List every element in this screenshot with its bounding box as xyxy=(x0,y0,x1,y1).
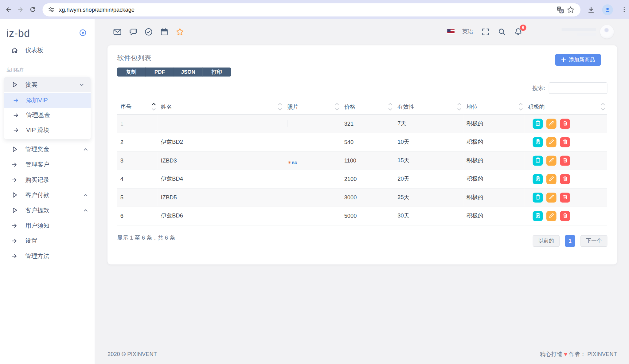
cell-photo xyxy=(284,114,341,133)
footer-credit: 精心打造♥作者： PIXINVENT xyxy=(540,350,617,358)
browser-reload-button[interactable] xyxy=(26,4,38,16)
column-header-3[interactable]: 价格 xyxy=(341,100,394,115)
view-button[interactable] xyxy=(533,211,543,221)
column-header-4[interactable]: 有效性 xyxy=(394,100,463,115)
download-icon[interactable] xyxy=(586,4,596,15)
cell-price: 540 xyxy=(341,133,394,151)
arrow-icon xyxy=(11,252,18,260)
view-button[interactable] xyxy=(533,155,543,166)
edit-button[interactable] xyxy=(546,119,557,129)
calendar-icon[interactable] xyxy=(160,27,169,36)
delete-button[interactable] xyxy=(560,174,570,184)
delete-button[interactable] xyxy=(560,155,570,166)
cell-name: 伊兹BD6 xyxy=(158,207,284,225)
pagination-previous-button[interactable]: 以前的 xyxy=(533,235,560,247)
star-icon[interactable] xyxy=(175,27,184,36)
brand-logo[interactable]: iz-bd xyxy=(6,27,30,39)
export-copy-button[interactable]: 复制 xyxy=(117,67,146,76)
cell-price: 321 xyxy=(341,114,394,133)
cell-no: 6 xyxy=(117,207,158,225)
arrow-right-icon xyxy=(12,126,20,134)
cell-photo xyxy=(284,207,341,225)
delete-button[interactable] xyxy=(560,119,570,129)
cell-validity: 15天 xyxy=(394,151,463,170)
column-header-2[interactable]: 照片 xyxy=(284,100,341,115)
package-photo xyxy=(287,120,288,127)
language-selector[interactable]: 英语 xyxy=(462,28,474,35)
sort-carets-icon xyxy=(151,102,156,113)
sidebar-item-vip-slider[interactable]: VIP 滑块 xyxy=(4,123,91,138)
sidebar-item-settings[interactable]: 设置 xyxy=(0,233,95,249)
arrow-icon xyxy=(11,161,18,168)
edit-button[interactable] xyxy=(546,137,557,147)
cell-status: 积极的 xyxy=(463,114,525,133)
view-button[interactable] xyxy=(533,137,543,147)
pagination-page-1-button[interactable]: 1 xyxy=(565,235,575,247)
browser-forward-button[interactable] xyxy=(14,4,26,16)
export-print-button[interactable]: 打印 xyxy=(203,67,231,76)
browser-toolbar: xg.hwym.shop/admin/package G文 xyxy=(0,0,629,19)
sidebar-toggle-icon[interactable] xyxy=(79,29,87,38)
sidebar-item-purchase-records[interactable]: 购买记录 xyxy=(0,172,95,187)
sort-carets-icon xyxy=(278,102,283,113)
user-menu[interactable] xyxy=(562,25,614,38)
edit-button[interactable] xyxy=(546,211,557,221)
table-search-input[interactable] xyxy=(549,82,608,94)
sidebar-item-manage-funds[interactable]: 管理基金 xyxy=(4,108,91,123)
browser-menu-icon[interactable] xyxy=(619,4,629,15)
search-icon[interactable] xyxy=(498,27,506,36)
page-footer: 2020 © PIXINVENT 精心打造♥作者： PIXINVENT xyxy=(95,350,629,364)
pencil-icon xyxy=(549,139,554,145)
mail-icon[interactable] xyxy=(113,27,122,36)
bookmark-star-icon[interactable] xyxy=(565,4,576,15)
cell-status: 积极的 xyxy=(463,188,525,207)
edit-button[interactable] xyxy=(546,155,557,166)
column-header-5[interactable]: 地位 xyxy=(463,100,525,115)
chat-icon[interactable] xyxy=(128,27,137,36)
browser-profile-avatar[interactable] xyxy=(602,4,613,15)
arrow-right-icon xyxy=(12,112,20,119)
chevron-down-icon xyxy=(79,82,84,87)
export-pdf-button[interactable]: PDF xyxy=(146,67,174,76)
cell-name: 伊兹BD4 xyxy=(158,170,284,188)
notifications-bell-icon[interactable]: 5 xyxy=(514,27,523,36)
delete-button[interactable] xyxy=(560,211,570,221)
back-arrow-icon xyxy=(5,6,12,14)
export-json-button[interactable]: JSON xyxy=(174,67,203,76)
sidebar-item-manage-bonus[interactable]: 管理奖金 xyxy=(0,142,95,157)
view-button[interactable] xyxy=(533,192,543,202)
delete-button[interactable] xyxy=(560,137,570,147)
sidebar-item-customer-withdrawals[interactable]: 客户提款 xyxy=(0,203,95,218)
view-button[interactable] xyxy=(533,174,543,184)
cell-photo xyxy=(284,170,341,188)
table-row: 2伊兹BD254010天积极的 xyxy=(117,133,607,151)
browser-back-button[interactable] xyxy=(2,4,14,16)
column-header-0[interactable]: 序号 xyxy=(117,100,158,115)
sidebar-item-manage-customers[interactable]: 管理客户 xyxy=(0,157,95,172)
view-button[interactable] xyxy=(533,119,543,129)
add-new-product-button[interactable]: 添加新商品 xyxy=(555,54,601,66)
home-icon xyxy=(11,46,18,54)
cell-no: 2 xyxy=(117,133,158,151)
address-bar[interactable]: xg.hwym.shop/admin/package G文 xyxy=(42,3,580,16)
translate-icon[interactable]: G文 xyxy=(555,4,565,15)
edit-button[interactable] xyxy=(546,174,557,184)
sidebar-item-customer-payments[interactable]: 客户付款 xyxy=(0,187,95,203)
sidebar-item-add-vip[interactable]: 添加VIP xyxy=(4,93,91,108)
us-flag-icon[interactable] xyxy=(447,29,455,34)
sidebar-item-user-notice[interactable]: 用户须知 xyxy=(0,218,95,233)
pagination-next-button[interactable]: 下一个 xyxy=(580,235,608,247)
sidebar-item-dashboard[interactable]: 仪表板 xyxy=(0,42,95,58)
check-circle-icon[interactable] xyxy=(144,27,153,36)
clipboard-icon xyxy=(535,194,541,201)
sidebar-item-vip[interactable]: 贵宾 xyxy=(4,77,91,92)
column-header-1[interactable]: 姓名 xyxy=(158,100,284,115)
column-header-6[interactable]: 积极的 xyxy=(525,100,607,115)
browser-actions xyxy=(586,4,629,15)
edit-button[interactable] xyxy=(546,192,557,202)
topbar-shortcut-icons xyxy=(113,27,184,36)
sidebar-item-manage-methods[interactable]: 管理方法 xyxy=(0,248,95,264)
chevron-up-icon xyxy=(83,208,88,213)
fullscreen-icon[interactable] xyxy=(481,27,490,36)
delete-button[interactable] xyxy=(560,192,570,202)
